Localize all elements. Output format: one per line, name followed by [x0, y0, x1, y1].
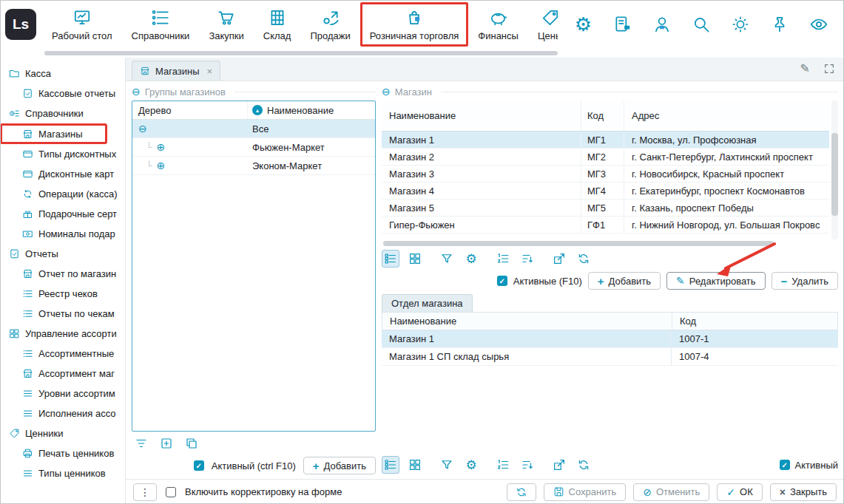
table-settings-button[interactable]: ⚙	[462, 456, 480, 474]
refresh-form-button[interactable]	[507, 483, 536, 501]
cancel-button[interactable]: ⊘ Отменить	[633, 483, 709, 501]
menu-item-warehouse[interactable]: Склад	[254, 0, 301, 49]
sidebar-item-reestr-chekov[interactable]: Реестр чеков	[0, 284, 125, 304]
table-row[interactable]: Магазин 5 МГ5 г. Казань, проспект Победы	[382, 200, 829, 217]
eye-button[interactable]	[799, 15, 838, 34]
table-row[interactable]: └⊕ Эконом-Маркет	[132, 157, 375, 175]
active-checkbox[interactable]	[194, 460, 204, 471]
user-button[interactable]	[642, 15, 681, 34]
copy-icon[interactable]	[185, 437, 198, 450]
document-comment-button[interactable]	[603, 15, 642, 34]
table-row[interactable]: Гипер-Фьюжен ГФ1 г. Нижний Новгород, ул.…	[382, 217, 829, 234]
column-header-tree[interactable]: Дерево	[132, 101, 248, 119]
sidebar-item-tipy-cennikov[interactable]: Типы ценников	[0, 463, 125, 483]
filter-button[interactable]	[438, 250, 456, 268]
tab-close-icon[interactable]: ×	[207, 66, 213, 77]
add-store-button[interactable]: +Добавить	[588, 272, 661, 290]
pin-button[interactable]	[760, 15, 799, 34]
menu-item-sales[interactable]: Продажи	[300, 0, 359, 49]
add-box-icon[interactable]	[160, 437, 173, 450]
menu-item-finance[interactable]: Финансы	[468, 0, 528, 49]
sidebar-item-assortimentnye[interactable]: Ассортиментные	[0, 344, 125, 364]
column-header-code[interactable]: Код	[581, 101, 624, 131]
sidebar-item-otchety[interactable]: Отчеты	[0, 244, 125, 264]
grid-view-button[interactable]	[406, 456, 424, 474]
table-row[interactable]: ⊖ Все	[132, 120, 375, 138]
sidebar-item-kassa[interactable]: Касса	[0, 64, 125, 84]
settings-gear-button[interactable]: ⚙	[564, 15, 603, 34]
delete-store-button[interactable]: −Удалить	[772, 272, 838, 290]
list-select-button[interactable]	[382, 250, 399, 268]
sidebar-item-diskontnye-karty[interactable]: Дисконтные карт	[0, 164, 125, 184]
brightness-button[interactable]	[720, 15, 760, 34]
sidebar-item-podarochnye-sertifikaty[interactable]: Подарочные серт	[0, 204, 125, 224]
column-header-name[interactable]: Наименование	[382, 101, 581, 131]
collapse-expander-icon[interactable]: ⊖	[138, 123, 147, 134]
table-row[interactable]: Магазин 1 1007-1	[382, 330, 838, 348]
edit-store-button[interactable]: ✎Редактировать	[666, 272, 766, 290]
sidebar-item-spravochniki[interactable]: Справочники	[0, 103, 125, 123]
sidebar-item-nominaly-podarochnykh[interactable]: Номиналы подар	[0, 224, 125, 244]
sort-list-button[interactable]	[519, 456, 536, 474]
sidebar-item-otchet-po-magazinam[interactable]: Отчет по магазин	[0, 264, 125, 284]
ok-button[interactable]: ✓ ОК	[717, 483, 762, 501]
column-header-code[interactable]: Код	[672, 313, 837, 330]
menu-item-desktop[interactable]: Рабочий стол	[42, 0, 122, 49]
sidebar-item-tipy-diskontnykh[interactable]: Типы дисконтных	[0, 144, 125, 164]
filter-lines-icon[interactable]	[135, 437, 148, 450]
scrollbar-thumb[interactable]	[831, 133, 838, 216]
sidebar-item-otchety-po-chekam[interactable]: Отчеты по чекам	[0, 304, 125, 324]
expand-expander-icon[interactable]: ⊕	[157, 142, 166, 152]
edit-pencil-icon[interactable]: ✎	[800, 61, 810, 75]
filter-button[interactable]	[438, 456, 456, 474]
sidebar-item-operacii-kassa[interactable]: Операции (касса)	[0, 184, 125, 204]
export-button[interactable]	[550, 250, 568, 268]
column-header-name[interactable]: Наименование	[382, 313, 672, 330]
scrollbar-thumb[interactable]	[383, 241, 774, 246]
list-select-button[interactable]	[382, 456, 399, 474]
column-header-name[interactable]: Наименование	[248, 101, 375, 119]
column-header-address[interactable]: Адрес	[624, 101, 829, 131]
sidebar-item-magaziny[interactable]: Магазины	[0, 123, 107, 144]
refresh-button[interactable]	[575, 456, 593, 474]
menu-item-directories[interactable]: Справочники	[122, 0, 200, 49]
table-horizontal-scrollbar[interactable]	[382, 239, 838, 248]
sidebar-item-assortiment-magazina[interactable]: Ассортимент маг	[0, 364, 125, 384]
grid-view-button[interactable]	[406, 250, 424, 268]
active-dept-checkbox[interactable]	[780, 460, 790, 470]
table-row[interactable]: Магазин 4 МГ4 г. Екатеринбург, проспект …	[382, 183, 829, 200]
save-button[interactable]: Сохранить	[544, 483, 627, 501]
ordered-list-button[interactable]	[494, 456, 512, 474]
add-group-button[interactable]: + Добавить	[303, 457, 376, 474]
export-button[interactable]	[550, 456, 568, 474]
table-row[interactable]: Магазин 2 МГ2 г. Санкт-Петербург, Лахтин…	[382, 149, 829, 166]
table-row[interactable]: Магазин 1 МГ1 г. Москва, ул. Профсоюзная	[382, 132, 829, 149]
sidebar-item-upravlenie-assortimentom[interactable]: Управление ассорти	[0, 324, 125, 344]
tab-magaziny[interactable]: Магазины ×	[132, 61, 220, 81]
ordered-list-button[interactable]	[494, 250, 512, 268]
expand-expander-icon[interactable]: ⊕	[157, 160, 166, 171]
table-row[interactable]: └⊕ Фьюжен-Маркет	[132, 138, 375, 157]
table-vertical-scrollbar[interactable]	[831, 101, 838, 239]
form-adjust-checkbox[interactable]	[166, 487, 176, 497]
sort-list-button[interactable]	[519, 250, 536, 268]
table-row[interactable]: Магазин 1 СП склад сырья 1007-4	[382, 348, 838, 366]
menu-item-purchases[interactable]: Закупки	[199, 0, 253, 49]
sidebar-item-pechat-cennikov[interactable]: Печать ценников	[0, 443, 125, 463]
active-stores-checkbox[interactable]	[497, 276, 507, 286]
collapse-icon[interactable]: ⊖	[132, 86, 141, 98]
more-menu-button[interactable]: ⋮	[133, 483, 157, 501]
tab-store-department[interactable]: Отдел магазина	[382, 294, 473, 312]
close-button[interactable]: × Закрыть	[770, 483, 837, 501]
toolbar-horizontal-scrollbar[interactable]	[44, 51, 558, 55]
sidebar-item-ispolneniya-assortimenta[interactable]: Исполнения ассо	[0, 403, 125, 423]
fullscreen-icon[interactable]	[823, 63, 835, 75]
table-settings-button[interactable]: ⚙	[462, 250, 480, 268]
collapse-icon[interactable]: ⊖	[382, 86, 391, 98]
app-logo[interactable]: Ls	[5, 9, 36, 40]
table-row[interactable]: Магазин 3 МГ3 г. Новосибирск, Красный пр…	[382, 166, 829, 183]
search-button[interactable]	[681, 15, 720, 34]
menu-item-retail[interactable]: Розничная торговля	[360, 2, 469, 47]
sidebar-item-kassovye-otchety[interactable]: Кассовые отчеты	[0, 84, 125, 103]
sidebar-item-cenniki[interactable]: Ценники	[0, 423, 125, 443]
